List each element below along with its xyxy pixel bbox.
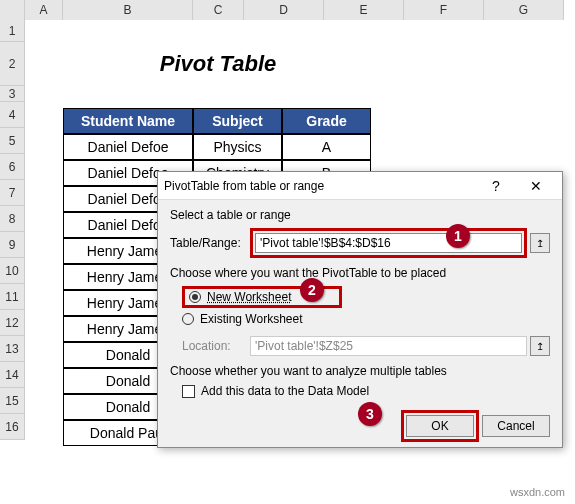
dialog-body: Select a table or range Table/Range: ↥ C… <box>158 200 562 406</box>
row-header-10[interactable]: 10 <box>0 258 25 284</box>
cell-name: Daniel Defoe <box>63 134 193 160</box>
row-header-9[interactable]: 9 <box>0 232 25 258</box>
row-header-4[interactable]: 4 <box>0 102 25 128</box>
cancel-button[interactable]: Cancel <box>482 415 550 437</box>
col-header-C[interactable]: C <box>193 0 244 20</box>
col-header-G[interactable]: G <box>484 0 564 20</box>
radio-existing-worksheet[interactable]: Existing Worksheet <box>182 308 550 330</box>
row-header-12[interactable]: 12 <box>0 310 25 336</box>
radio-icon <box>182 313 194 325</box>
select-all-corner[interactable] <box>0 0 25 20</box>
callout-2: 2 <box>300 278 324 302</box>
dialog-titlebar[interactable]: PivotTable from table or range ? ✕ <box>158 172 562 200</box>
section-placement: Choose where you want the PivotTable to … <box>170 266 550 280</box>
col-header-D[interactable]: D <box>244 0 324 20</box>
section-select-range: Select a table or range <box>170 208 550 222</box>
row-header-14[interactable]: 14 <box>0 362 25 388</box>
cell-subject: Physics <box>193 134 282 160</box>
row-header-15[interactable]: 15 <box>0 388 25 414</box>
col-header-B[interactable]: B <box>63 0 193 20</box>
table-range-highlight <box>250 228 527 258</box>
row-header-11[interactable]: 11 <box>0 284 25 310</box>
table-row[interactable]: Daniel Defoe Physics A <box>63 134 371 160</box>
add-to-data-model[interactable]: Add this data to the Data Model <box>182 384 550 398</box>
callout-1: 1 <box>446 224 470 248</box>
col-student-name[interactable]: Student Name <box>63 108 193 134</box>
dialog-buttons: OK Cancel <box>406 415 550 437</box>
table-header-row: Student Name Subject Grade <box>63 108 371 134</box>
watermark: wsxdn.com <box>510 486 565 498</box>
placement-radio-group: New Worksheet Existing Worksheet <box>182 286 550 330</box>
pivottable-dialog: PivotTable from table or range ? ✕ Selec… <box>157 171 563 448</box>
spreadsheet: A B C D E F G 1 2 3 4 5 6 7 8 9 10 11 12… <box>0 0 575 504</box>
col-header-F[interactable]: F <box>404 0 484 20</box>
row-headers: 1 2 3 4 5 6 7 8 9 10 11 12 13 14 15 16 <box>0 20 25 440</box>
row-header-6[interactable]: 6 <box>0 154 25 180</box>
cell-grade: A <box>282 134 371 160</box>
section-multiple-tables: Choose whether you want to analyze multi… <box>170 364 550 378</box>
checkbox-label: Add this data to the Data Model <box>201 384 369 398</box>
location-input[interactable] <box>250 336 527 356</box>
page-title: Pivot Table <box>63 42 373 86</box>
row-header-2[interactable]: 2 <box>0 42 25 86</box>
column-headers: A B C D E F G <box>0 0 564 20</box>
table-range-input[interactable] <box>255 233 522 253</box>
col-subject[interactable]: Subject <box>193 108 282 134</box>
radio-icon <box>189 291 201 303</box>
col-grade[interactable]: Grade <box>282 108 371 134</box>
callout-3: 3 <box>358 402 382 426</box>
radio-new-label: New Worksheet <box>207 290 291 304</box>
dialog-title: PivotTable from table or range <box>164 179 476 193</box>
ok-button[interactable]: OK <box>406 415 474 437</box>
close-button[interactable]: ✕ <box>516 172 556 200</box>
table-range-row: Table/Range: ↥ <box>170 228 550 258</box>
row-header-1[interactable]: 1 <box>0 20 25 42</box>
row-header-5[interactable]: 5 <box>0 128 25 154</box>
location-row: Location: ↥ <box>182 336 550 356</box>
checkbox-icon <box>182 385 195 398</box>
radio-existing-label: Existing Worksheet <box>200 312 303 326</box>
table-range-label: Table/Range: <box>170 236 250 250</box>
row-header-8[interactable]: 8 <box>0 206 25 232</box>
collapse-range-icon[interactable]: ↥ <box>530 233 550 253</box>
location-label: Location: <box>182 339 250 353</box>
row-header-7[interactable]: 7 <box>0 180 25 206</box>
col-header-E[interactable]: E <box>324 0 404 20</box>
row-header-13[interactable]: 13 <box>0 336 25 362</box>
row-header-16[interactable]: 16 <box>0 414 25 440</box>
col-header-A[interactable]: A <box>25 0 63 20</box>
row-header-3[interactable]: 3 <box>0 86 25 102</box>
help-button[interactable]: ? <box>476 172 516 200</box>
collapse-range-icon[interactable]: ↥ <box>530 336 550 356</box>
